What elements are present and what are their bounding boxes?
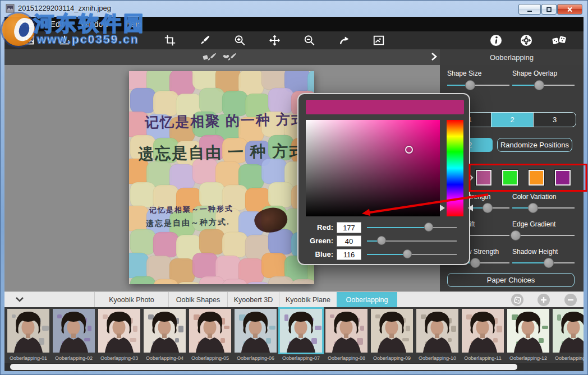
- redo-button[interactable]: [334, 33, 353, 48]
- palette-swatch-4[interactable]: [555, 170, 571, 186]
- brush-icon: [199, 34, 211, 47]
- menu-window[interactable]: Window: [72, 20, 117, 29]
- hue-marker-left-icon[interactable]: [440, 205, 448, 211]
- preset-thumbnail-label: Ooberlapping-11: [460, 355, 506, 361]
- preset-thumbnail-8[interactable]: [325, 309, 368, 353]
- preset-thumbnail-label: Ooberlapping-03: [97, 355, 142, 361]
- preset-thumbnail-5[interactable]: [189, 309, 231, 353]
- preset-thumbnail-label: Ooberlapping-07: [278, 355, 324, 361]
- style-option-2[interactable]: 2: [491, 113, 534, 127]
- style-option-3[interactable]: 3: [533, 113, 576, 127]
- dice-icon: [552, 34, 567, 47]
- color-picker-dialog: Red: Green: Blue:: [297, 93, 470, 265]
- preset-thumbnail-13[interactable]: [553, 309, 584, 353]
- maximize-button[interactable]: [541, 4, 557, 15]
- shape-overlap-slider[interactable]: [512, 80, 575, 90]
- edge-gradient-slider[interactable]: [512, 230, 575, 240]
- photo-icon: [22, 34, 35, 47]
- panel-title: Ooberlapping: [440, 49, 584, 65]
- zoom-in-icon: [233, 34, 246, 47]
- minimize-button[interactable]: [518, 4, 541, 15]
- title-bar: 20151229203114_zxnih.jpeg: [0, 0, 588, 17]
- preset-thumbnail-label: Ooberlapping-01: [6, 355, 51, 361]
- move-button[interactable]: [265, 33, 284, 48]
- color-cursor[interactable]: [405, 146, 413, 154]
- preset-thumbnail-3[interactable]: [98, 309, 140, 353]
- gear-icon: [520, 34, 533, 47]
- randomize-button[interactable]: [550, 33, 569, 48]
- randomize-positions-button[interactable]: Randomize Positions: [497, 138, 572, 152]
- redo-arrow-icon: [338, 34, 351, 47]
- tab-kyoobik-photo[interactable]: Kyoobik Photo: [94, 292, 168, 308]
- import-icon: [58, 34, 71, 47]
- preset-thumbnail-10[interactable]: [416, 309, 458, 353]
- preset-thumbnail-label: Ooberlapping-08: [324, 355, 369, 361]
- palette-swatch-1[interactable]: [476, 170, 491, 186]
- minimize-icon: [526, 7, 533, 12]
- tab-kyoobert-3d[interactable]: Kyoobert 3D: [227, 292, 279, 308]
- preset-thumbnail-9[interactable]: [371, 309, 413, 353]
- settings-button[interactable]: [517, 33, 536, 48]
- color-variation-slider[interactable]: [512, 203, 575, 213]
- crop-button[interactable]: [160, 33, 180, 48]
- add-preset-button[interactable]: [538, 294, 550, 306]
- filmstrip-scrollbar-thumb[interactable]: [10, 364, 517, 370]
- preset-thumbnail-label: Ooberlapping-09: [369, 355, 415, 361]
- palette-swatch-2[interactable]: [502, 170, 518, 186]
- palette-row: [468, 169, 581, 186]
- red-slider[interactable]: [367, 223, 457, 233]
- preset-thumbnail-label: Ooberlapping-05: [187, 355, 233, 361]
- green-slider[interactable]: [367, 236, 457, 246]
- app-icon: [6, 4, 15, 13]
- preset-thumbnail-7[interactable]: [280, 309, 322, 353]
- shape-size-label: Shape Size: [447, 70, 481, 77]
- open-photo-button[interactable]: [19, 33, 38, 48]
- hue-bar[interactable]: [447, 120, 463, 216]
- collapse-filmstrip-chevron-icon[interactable]: [15, 295, 25, 303]
- close-button[interactable]: [557, 4, 582, 15]
- tab-ooberlapping[interactable]: Ooberlapping: [337, 292, 397, 308]
- shuffle-presets-button[interactable]: [511, 294, 523, 306]
- info-button[interactable]: [486, 33, 506, 48]
- preset-thumbnail-11[interactable]: [462, 309, 504, 353]
- red-input[interactable]: [337, 222, 361, 233]
- zoom-in-button[interactable]: [230, 33, 249, 48]
- menu-bar: FileEditWindowHelp: [4, 17, 584, 31]
- artwork-image: 记忆是相聚 的一种 方式 遗忘是自由 一 种 方式. 记忆是相聚～一种形式 遗忘…: [129, 71, 314, 284]
- panel-collapse-chevron-icon[interactable]: [430, 51, 438, 62]
- image-frame-button[interactable]: [369, 33, 388, 48]
- shadow-height-label: Shadow Height: [512, 248, 558, 256]
- info-icon: [489, 34, 503, 47]
- move-icon: [268, 34, 281, 47]
- preset-thumbnail-4[interactable]: [144, 309, 186, 353]
- brush-square-icon[interactable]: [202, 51, 217, 63]
- zoom-out-button[interactable]: [300, 33, 319, 48]
- menu-help[interactable]: Help: [117, 20, 150, 29]
- preset-thumbnail-6[interactable]: [235, 309, 277, 353]
- brush-button[interactable]: [195, 33, 214, 48]
- shadow-height-slider[interactable]: [512, 258, 575, 268]
- preset-thumbnail-2[interactable]: [53, 309, 95, 353]
- shape-size-slider[interactable]: [447, 80, 509, 90]
- blue-slider[interactable]: [367, 249, 457, 260]
- preset-filmstrip: Ooberlapping-01Ooberlapping-02Ooberlappi…: [4, 307, 584, 371]
- remove-preset-button[interactable]: [564, 294, 577, 306]
- import-button[interactable]: [55, 33, 74, 48]
- paper-choices-button[interactable]: Paper Choices: [447, 273, 575, 287]
- palette-swatch-3[interactable]: [529, 170, 544, 186]
- tab-kyoobik-plane[interactable]: Kyoobik Plane: [279, 292, 337, 308]
- red-label: Red:: [298, 223, 333, 232]
- preset-thumbnail-1[interactable]: [7, 309, 49, 353]
- saturation-field[interactable]: [306, 120, 440, 216]
- plus-icon: [540, 297, 547, 303]
- hue-marker-right-icon[interactable]: [465, 205, 473, 211]
- main-toolbar: [4, 31, 584, 49]
- menu-file[interactable]: File: [12, 20, 42, 29]
- blue-input[interactable]: [337, 249, 361, 260]
- menu-edit[interactable]: Edit: [42, 20, 72, 29]
- brush-shape-icon[interactable]: [221, 51, 237, 63]
- green-input[interactable]: [337, 235, 361, 247]
- current-color-preview: [306, 100, 464, 114]
- tab-oobik-shapes[interactable]: Oobik Shapes: [168, 292, 227, 308]
- preset-thumbnail-12[interactable]: [507, 309, 549, 353]
